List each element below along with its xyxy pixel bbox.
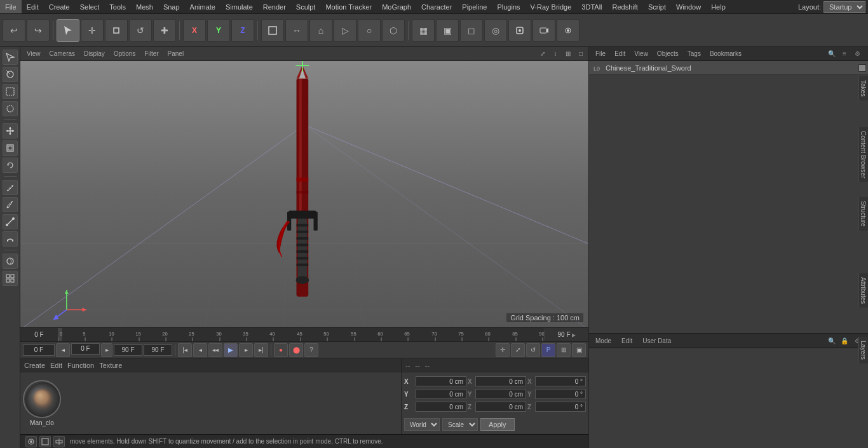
attr-tab-mode[interactable]: Mode <box>592 337 615 344</box>
obj-tab-edit[interactable]: Edit <box>611 47 629 60</box>
render-preview[interactable]: ◎ <box>484 19 507 42</box>
camera-tool[interactable] <box>532 19 555 42</box>
menu-script[interactable]: Script <box>643 0 671 13</box>
obj-settings-icon[interactable]: ⚙ <box>852 49 862 59</box>
transform-tool[interactable]: ✚ <box>153 19 176 42</box>
obj-tab-file[interactable]: File <box>592 47 609 60</box>
menu-mograph[interactable]: MoGraph <box>377 0 416 13</box>
viewport-icon-4[interactable]: □ <box>576 49 586 59</box>
mat-tab-texture[interactable]: Texture <box>99 362 122 369</box>
sidebar-grid[interactable] <box>3 271 18 286</box>
menu-edit[interactable]: Edit <box>22 0 44 13</box>
sculpt-mode[interactable]: ⬡ <box>382 19 405 42</box>
viewport-tab-cameras[interactable]: Cameras <box>46 47 79 60</box>
side-label-structure[interactable]: Structure <box>858 197 868 231</box>
sidebar-scale[interactable] <box>3 140 18 156</box>
menu-character[interactable]: Character <box>416 0 457 13</box>
play-reverse-btn[interactable]: ◂◂ <box>208 343 222 357</box>
help-btn[interactable]: ? <box>304 343 318 357</box>
viewport-tab-options[interactable]: Options <box>110 47 139 60</box>
menu-create[interactable]: Create <box>44 0 75 13</box>
menu-pipeline[interactable]: Pipeline <box>457 0 492 13</box>
frame-dec-btn[interactable]: ◂ <box>56 343 70 357</box>
menu-help[interactable]: Help <box>706 0 731 13</box>
pb-scale[interactable]: ⤢ <box>511 343 525 357</box>
viewport-tab-display[interactable]: Display <box>80 47 109 60</box>
render-active[interactable]: ▣ <box>436 19 459 42</box>
menu-redshift[interactable]: Redshift <box>607 0 643 13</box>
viewport-tab-filter[interactable]: Filter <box>140 47 162 60</box>
sidebar-live-selection[interactable] <box>3 67 18 82</box>
menu-simulate[interactable]: Simulate <box>220 0 258 13</box>
render-settings[interactable] <box>508 19 531 42</box>
x-axis[interactable]: X <box>183 19 206 42</box>
side-label-layers[interactable]: Layers <box>858 337 868 363</box>
menu-window[interactable]: Window <box>671 0 706 13</box>
object-mode[interactable] <box>261 19 284 42</box>
object-color[interactable] <box>858 64 866 72</box>
frame-loop-input[interactable] <box>144 344 172 356</box>
coord-x-rot[interactable] <box>535 376 586 386</box>
frame-inc-btn[interactable]: ▸ <box>101 343 112 357</box>
point-mode[interactable]: ↔ <box>285 19 308 42</box>
sidebar-bridge[interactable] <box>3 214 18 229</box>
play-btn[interactable]: ▶ <box>224 343 238 357</box>
goto-start-btn[interactable]: |◂ <box>178 343 192 357</box>
coord-y-pos[interactable] <box>416 389 466 399</box>
obj-tab-view[interactable]: View <box>630 47 652 60</box>
obj-search-icon[interactable]: 🔍 <box>827 49 837 59</box>
status-icon-2[interactable] <box>39 436 51 447</box>
coord-z-scale[interactable] <box>475 402 526 412</box>
side-label-content-browser[interactable]: Content Browser <box>858 127 868 182</box>
menu-render[interactable]: Render <box>258 0 291 13</box>
coord-y-rot[interactable] <box>535 389 586 399</box>
mat-tab-function[interactable]: Function <box>67 362 94 369</box>
menu-sculpt[interactable]: Sculpt <box>291 0 321 13</box>
pb-preview[interactable]: ▣ <box>572 343 586 357</box>
render-region[interactable]: ▦ <box>412 19 435 42</box>
menu-motion-tracker[interactable]: Motion Tracker <box>320 0 377 13</box>
sidebar-paint[interactable] <box>3 254 18 269</box>
apply-button[interactable]: Apply <box>480 418 515 431</box>
y-axis[interactable]: Y <box>207 19 230 42</box>
attr-tab-userdata[interactable]: User Data <box>639 337 675 344</box>
pb-grid[interactable]: ⊞ <box>557 343 571 357</box>
edge-mode[interactable]: ⌂ <box>309 19 332 42</box>
timeline-arrow[interactable]: ▸ <box>572 330 576 339</box>
menu-snap[interactable]: Snap <box>158 0 185 13</box>
select-tool[interactable] <box>57 19 79 42</box>
menu-select[interactable]: Select <box>75 0 105 13</box>
viewport-icon-2[interactable]: ↕ <box>550 49 560 59</box>
menu-mesh[interactable]: Mesh <box>131 0 158 13</box>
menu-animate[interactable]: Animate <box>185 0 220 13</box>
attr-search-icon[interactable]: 🔍 <box>827 336 837 346</box>
light-tool[interactable] <box>557 19 580 42</box>
coord-scale-dropdown[interactable]: Scale Size <box>442 418 478 431</box>
side-label-takes[interactable]: Takes <box>858 76 868 100</box>
obj-tab-tags[interactable]: Tags <box>684 47 705 60</box>
sidebar-selection[interactable] <box>3 50 18 65</box>
poly-mode[interactable]: ▷ <box>334 19 356 42</box>
sidebar-knife[interactable] <box>3 197 18 212</box>
attr-tab-edit[interactable]: Edit <box>618 337 636 344</box>
coord-y-scale[interactable] <box>475 389 526 399</box>
obj-tab-objects[interactable]: Objects <box>653 47 682 60</box>
redo-button[interactable]: ↪ <box>27 19 50 42</box>
record-btn[interactable]: ⬤ <box>289 343 303 357</box>
mat-tab-edit[interactable]: Edit <box>50 362 62 369</box>
auto-keyframe-btn[interactable]: ● <box>274 343 288 357</box>
playback-frame-input[interactable] <box>23 344 55 356</box>
obj-filter-icon[interactable]: ≡ <box>839 49 850 59</box>
menu-vray[interactable]: V-Ray Bridge <box>526 0 577 13</box>
sidebar-free-selection[interactable] <box>3 101 18 116</box>
coord-x-scale[interactable] <box>475 376 526 386</box>
menu-tools[interactable]: Tools <box>104 0 131 13</box>
sidebar-pen[interactable] <box>3 180 18 195</box>
prev-frame-btn[interactable]: ◂ <box>193 343 207 357</box>
frame-start-input[interactable] <box>71 343 100 355</box>
status-icon-3[interactable] <box>53 436 65 447</box>
next-frame-btn[interactable]: ▸ <box>239 343 253 357</box>
obj-tab-bookmarks[interactable]: Bookmarks <box>706 47 745 60</box>
scale-tool[interactable] <box>105 19 128 42</box>
coord-z-pos[interactable] <box>416 402 466 412</box>
